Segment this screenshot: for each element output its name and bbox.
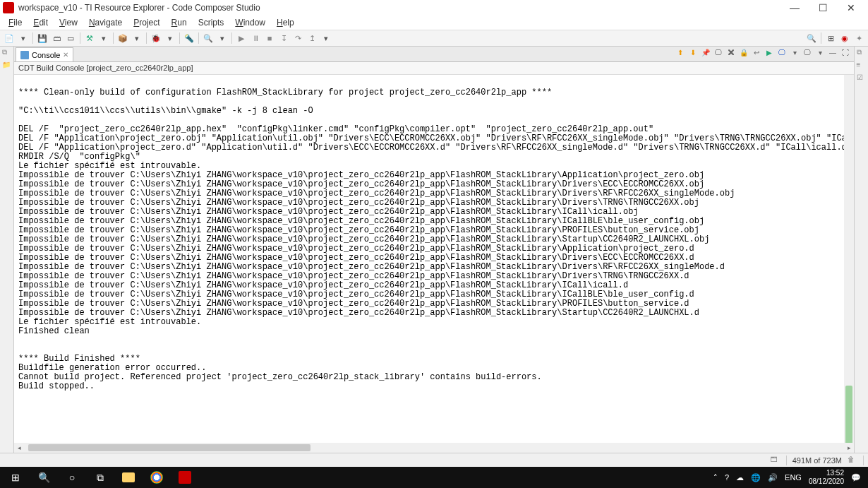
tray-chevron-icon[interactable]: ˄ <box>713 473 718 482</box>
close-button[interactable]: ✕ <box>837 2 865 13</box>
new-icon[interactable]: 📄 <box>3 32 16 44</box>
dropdown-icon[interactable]: ▾ <box>97 32 110 44</box>
scroll-up-icon[interactable]: ⬆ <box>675 49 686 60</box>
console-toolbar: ⬆ ⬇ 📌 🖵 🗙 🔒 ↩ ▶ 🖵 ▾ 🖵 ▾ — ⛶ <box>675 49 854 61</box>
scroll-lock-icon[interactable]: 🔒 <box>738 49 749 60</box>
right-trim: ⧉ ≡ ☑ <box>854 47 868 453</box>
notifications-icon[interactable]: 💬 <box>851 473 861 482</box>
volume-icon[interactable]: 🔊 <box>768 473 778 482</box>
horizontal-scrollbar[interactable]: ◂ ▸ <box>14 443 854 453</box>
restore-icon[interactable]: ⧉ <box>2 48 12 58</box>
menu-help[interactable]: Help <box>271 16 300 29</box>
folder-icon[interactable]: 📁 <box>2 61 12 71</box>
heap-status[interactable]: 491M of 723M <box>792 456 842 465</box>
console-tab-label: Console <box>32 51 60 59</box>
pin-console-icon[interactable]: 📌 <box>700 49 711 60</box>
save-icon[interactable]: 💾 <box>36 32 49 44</box>
status-separator <box>863 456 864 465</box>
gc-icon[interactable]: 🗑 <box>848 456 857 465</box>
show-on-out-icon[interactable]: ▶ <box>764 49 775 60</box>
clear-console-icon[interactable]: 🗙 <box>725 49 737 60</box>
menu-navigate[interactable]: Navigate <box>83 16 128 29</box>
status-icon[interactable]: 🗔 <box>771 456 780 465</box>
ccs-taskbar-icon[interactable] <box>172 468 198 487</box>
dropdown-icon[interactable]: ▾ <box>814 49 826 60</box>
file-explorer-icon[interactable] <box>116 468 141 487</box>
chrome-icon[interactable] <box>144 468 169 487</box>
dropdown-icon[interactable]: ▾ <box>216 32 229 44</box>
network-icon[interactable]: 🌐 <box>751 473 761 482</box>
menu-run[interactable]: Run <box>166 16 193 29</box>
status-bar: 🗔 491M of 723M 🗑 <box>0 453 868 467</box>
tasks-icon[interactable]: ☑ <box>857 73 867 83</box>
minimize-view-icon[interactable]: — <box>827 49 838 60</box>
dropdown-icon[interactable]: ▾ <box>131 32 143 44</box>
toolbar-separator <box>231 32 232 44</box>
scroll-down-icon[interactable]: ⬇ <box>687 49 699 60</box>
console-tab[interactable]: Console ✕ <box>16 47 73 61</box>
clock[interactable]: 13:52 08/12/2020 <box>809 469 844 486</box>
scroll-right-icon[interactable]: ▸ <box>844 444 854 451</box>
toolbar-separator <box>32 32 33 44</box>
dropdown-icon[interactable]: ▾ <box>164 32 176 44</box>
step-over-icon[interactable]: ↷ <box>291 32 304 44</box>
scroll-left-icon[interactable]: ◂ <box>14 444 24 451</box>
build-icon[interactable]: ⚒ <box>83 32 96 44</box>
menu-scripts[interactable]: Scripts <box>193 16 230 29</box>
start-button[interactable]: ⊞ <box>3 468 28 487</box>
pause-icon[interactable]: ⏸ <box>249 32 262 44</box>
flashlight-icon[interactable]: 🔦 <box>183 32 195 44</box>
outline-icon[interactable]: ≡ <box>857 61 867 71</box>
stop-icon[interactable]: ■ <box>263 32 276 44</box>
console-subtitle: CDT Build Console [project_zero_cc2640r2… <box>14 62 854 75</box>
menu-view[interactable]: View <box>54 16 83 29</box>
word-wrap-icon[interactable]: ↩ <box>751 49 762 60</box>
minimize-button[interactable]: — <box>780 2 809 13</box>
menu-edit[interactable]: Edit <box>28 16 54 29</box>
cortana-icon[interactable]: ○ <box>59 468 85 487</box>
dropdown-icon[interactable]: ▾ <box>320 32 332 44</box>
console-output[interactable]: **** Clean-only build of configuration F… <box>14 75 854 395</box>
open-console2-icon[interactable]: 🖵 <box>802 49 813 60</box>
display-selected-icon[interactable]: 🖵 <box>713 49 724 60</box>
dropdown-icon[interactable]: ▾ <box>789 49 800 60</box>
main-area: ⧉ 📁 Console ✕ ⬆ ⬇ 📌 🖵 🗙 🔒 ↩ ▶ 🖵 ▾ <box>0 47 868 453</box>
perspective-icon[interactable]: ⊞ <box>824 32 837 44</box>
restore-icon[interactable]: ⧉ <box>857 48 867 58</box>
maximize-button[interactable]: ☐ <box>809 2 837 13</box>
step-into-icon[interactable]: ↧ <box>277 32 290 44</box>
task-view-icon[interactable]: ⧉ <box>88 468 113 487</box>
search-icon[interactable]: 🔍 <box>202 32 215 44</box>
menu-project[interactable]: Project <box>128 16 165 29</box>
save-all-icon[interactable]: 🗃 <box>50 32 63 44</box>
menu-file[interactable]: File <box>3 16 28 29</box>
vertical-scrollbar[interactable] <box>844 75 854 443</box>
toolbar-separator <box>146 32 147 44</box>
menu-window[interactable]: Window <box>229 16 271 29</box>
step-return-icon[interactable]: ↥ <box>306 32 318 44</box>
toolbar-separator <box>198 32 199 44</box>
perspective-ccs-icon[interactable]: ◉ <box>838 32 851 44</box>
language-indicator[interactable]: ENG <box>785 473 802 482</box>
ccs-app-icon <box>3 2 14 13</box>
clock-date: 08/12/2020 <box>809 477 844 486</box>
perspective-ti-icon[interactable]: ✦ <box>852 32 865 44</box>
search-taskbar-icon[interactable]: 🔍 <box>31 468 56 487</box>
dropdown-icon[interactable]: ▾ <box>17 32 30 44</box>
hscroll-track[interactable] <box>24 443 844 453</box>
onedrive-icon[interactable]: ☁ <box>736 473 744 482</box>
window-icon[interactable]: ▭ <box>64 32 77 44</box>
debug-icon[interactable]: 🐞 <box>150 32 162 44</box>
search2-icon[interactable]: 🔍 <box>805 32 818 44</box>
resume-icon[interactable]: ▶ <box>235 32 248 44</box>
open-console-icon[interactable]: 🖵 <box>776 49 788 60</box>
console-icon <box>20 51 29 59</box>
package-icon[interactable]: 📦 <box>116 32 129 44</box>
close-tab-icon[interactable]: ✕ <box>63 51 68 59</box>
horizontal-scroll-thumb[interactable] <box>28 444 311 451</box>
left-trim: ⧉ 📁 <box>0 47 14 453</box>
maximize-view-icon[interactable]: ⛶ <box>840 49 851 60</box>
menu-bar: File Edit View Navigate Project Run Scri… <box>0 16 868 30</box>
help-icon[interactable]: ? <box>725 473 729 482</box>
system-tray: ˄ ? ☁ 🌐 🔊 ENG 13:52 08/12/2020 💬 <box>713 469 865 486</box>
